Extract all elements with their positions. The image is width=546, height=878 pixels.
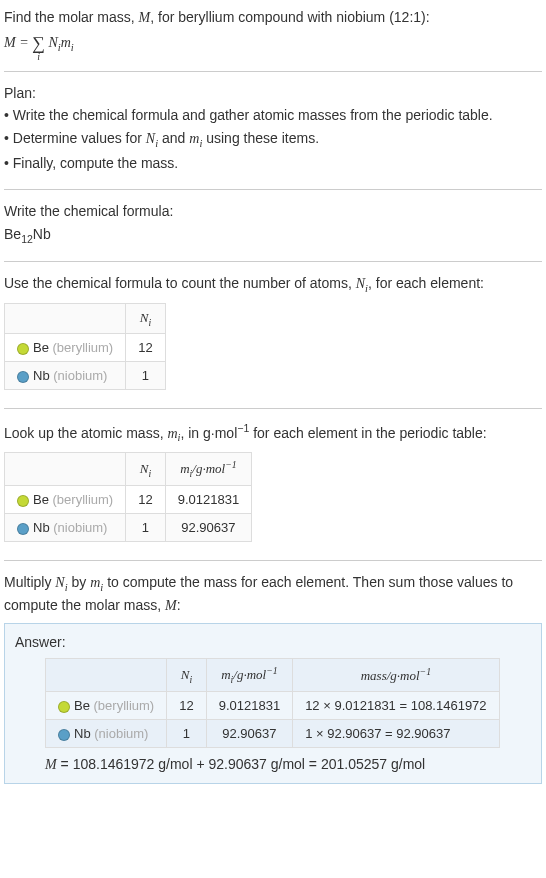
formula-n: N: [45, 34, 58, 49]
divider: [4, 71, 542, 72]
table-row: Be (beryllium) 12 9.0121831: [5, 486, 252, 514]
element-dot: [17, 523, 29, 535]
plan-bullet1: • Write the chemical formula and gather …: [4, 106, 542, 126]
answer-box: Answer: Ni mi/g·mol−1 mass/g·mol−1 Be (b…: [4, 623, 542, 784]
element-cell: Nb (niobium): [46, 720, 167, 748]
count-title: Use the chemical formula to count the nu…: [4, 274, 542, 296]
formula-lhs: M =: [4, 34, 32, 49]
table-row: Nb (niobium) 1 92.90637 1 × 92.90637 = 9…: [46, 720, 500, 748]
empty-header: [5, 303, 126, 334]
ni-value: 12: [167, 692, 206, 720]
ni-header: Ni: [126, 303, 165, 334]
count-section: Use the chemical formula to count the nu…: [4, 270, 542, 400]
mi-header: mi/g·mol−1: [206, 659, 292, 692]
multiply-section: Multiply Ni by mi to compute the mass fo…: [4, 569, 542, 788]
element-dot: [17, 371, 29, 383]
ni-value: 12: [126, 334, 165, 362]
empty-header: [46, 659, 167, 692]
empty-header: [5, 453, 126, 486]
mass-calc: 12 × 9.0121831 = 108.1461972: [293, 692, 499, 720]
mi-header: mi/g·mol−1: [165, 453, 251, 486]
element-cell: Be (beryllium): [5, 486, 126, 514]
mi-value: 9.0121831: [206, 692, 292, 720]
formula-title: Write the chemical formula:: [4, 202, 542, 222]
ni-value: 1: [126, 514, 165, 542]
element-cell: Nb (niobium): [5, 514, 126, 542]
intro-section: Find the molar mass, M, for beryllium co…: [4, 4, 542, 63]
formula-m: m: [61, 34, 71, 49]
plan-section: Plan: • Write the chemical formula and g…: [4, 80, 542, 181]
plan-bullet2: • Determine values for Ni and mi using t…: [4, 129, 542, 151]
intro-text: Find the molar mass, M, for beryllium co…: [4, 8, 542, 28]
answer-title: Answer:: [15, 634, 531, 650]
multiply-text: Multiply Ni by mi to compute the mass fo…: [4, 573, 542, 615]
chemical-formula: Be12Nb: [4, 225, 542, 246]
intro-line1: Find the molar mass, M, for beryllium co…: [4, 9, 430, 25]
divider: [4, 261, 542, 262]
ni-value: 1: [167, 720, 206, 748]
element-dot: [58, 701, 70, 713]
plan-title: Plan:: [4, 84, 542, 104]
divider: [4, 408, 542, 409]
mi-value: 92.90637: [206, 720, 292, 748]
mi-value: 92.90637: [165, 514, 251, 542]
element-cell: Be (beryllium): [46, 692, 167, 720]
table-header: Ni mi/g·mol−1 mass/g·mol−1: [46, 659, 500, 692]
formula-mi: i: [71, 41, 74, 52]
count-table: Ni Be (beryllium) 12 Nb (niobium) 1: [4, 303, 166, 391]
table-row: Be (beryllium) 12: [5, 334, 166, 362]
element-dot: [58, 729, 70, 741]
ni-value: 1: [126, 362, 165, 390]
answer-table: Ni mi/g·mol−1 mass/g·mol−1 Be (beryllium…: [45, 658, 500, 748]
element-cell: Nb (niobium): [5, 362, 126, 390]
intro-formula: M = ∑i Nimi: [4, 31, 542, 56]
mass-title: Look up the atomic mass, mi, in g·mol−1 …: [4, 421, 542, 446]
final-result: M = 108.1461972 g/mol + 92.90637 g/mol =…: [45, 756, 531, 773]
mi-value: 9.0121831: [165, 486, 251, 514]
sum-symbol: ∑i: [32, 31, 45, 56]
table-row: Be (beryllium) 12 9.0121831 12 × 9.01218…: [46, 692, 500, 720]
table-header: Ni mi/g·mol−1: [5, 453, 252, 486]
formula-section: Write the chemical formula: Be12Nb: [4, 198, 542, 253]
divider: [4, 560, 542, 561]
element-cell: Be (beryllium): [5, 334, 126, 362]
ni-value: 12: [126, 486, 165, 514]
table-row: Nb (niobium) 1: [5, 362, 166, 390]
table-header: Ni: [5, 303, 166, 334]
table-row: Nb (niobium) 1 92.90637: [5, 514, 252, 542]
divider: [4, 189, 542, 190]
element-dot: [17, 343, 29, 355]
ni-header: Ni: [167, 659, 206, 692]
mass-calc: 1 × 92.90637 = 92.90637: [293, 720, 499, 748]
ni-header: Ni: [126, 453, 165, 486]
plan-bullet3: • Finally, compute the mass.: [4, 154, 542, 174]
mass-table: Ni mi/g·mol−1 Be (beryllium) 12 9.012183…: [4, 452, 252, 542]
mass-header: mass/g·mol−1: [293, 659, 499, 692]
element-dot: [17, 495, 29, 507]
mass-section: Look up the atomic mass, mi, in g·mol−1 …: [4, 417, 542, 552]
